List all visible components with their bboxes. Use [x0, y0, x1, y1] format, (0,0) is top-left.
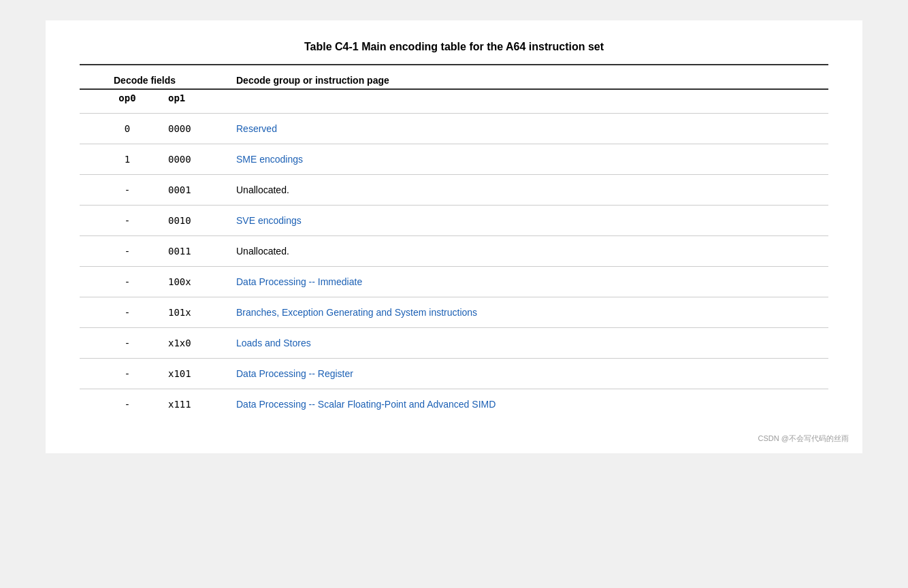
table-row: -x111Data Processing -- Scalar Floating-…: [80, 389, 828, 420]
table-row: -0011Unallocated.: [80, 236, 828, 267]
cell-decode[interactable]: SVE encodings: [229, 206, 828, 236]
decode-col-header-empty: [229, 89, 828, 114]
page-container: Table C4-1 Main encoding table for the A…: [46, 20, 862, 453]
op-labels-row: op0 op1: [80, 89, 828, 114]
cell-op0: -: [80, 297, 148, 328]
header-row-top: Decode fields Decode group or instructio…: [80, 65, 828, 89]
cell-op1: 0000: [148, 144, 229, 175]
cell-decode[interactable]: Loads and Stores: [229, 328, 828, 359]
cell-op1: 0011: [148, 236, 229, 267]
cell-decode: Unallocated.: [229, 236, 828, 267]
cell-decode: Unallocated.: [229, 175, 828, 206]
decode-link[interactable]: Loads and Stores: [236, 338, 311, 348]
decode-link[interactable]: SVE encodings: [236, 215, 302, 226]
cell-op0: 1: [80, 144, 148, 175]
cell-op1: 0001: [148, 175, 229, 206]
decode-link[interactable]: Data Processing -- Register: [236, 368, 353, 379]
table-row: 10000SME encodings: [80, 144, 828, 175]
op1-label: op1: [148, 89, 229, 114]
table-row: -x101Data Processing -- Register: [80, 359, 828, 389]
table-row: -0010SVE encodings: [80, 206, 828, 236]
main-table: Decode fields Decode group or instructio…: [80, 64, 828, 419]
decode-link[interactable]: Data Processing -- Scalar Floating-Point…: [236, 399, 496, 410]
cell-op0: -: [80, 206, 148, 236]
cell-op0: 0: [80, 114, 148, 144]
table-row: 00000Reserved: [80, 114, 828, 144]
table-row: -101xBranches, Exception Generating and …: [80, 297, 828, 328]
decode-link[interactable]: Branches, Exception Generating and Syste…: [236, 307, 477, 318]
cell-op0: -: [80, 328, 148, 359]
table-title: Table C4-1 Main encoding table for the A…: [80, 41, 828, 53]
cell-decode[interactable]: Data Processing -- Scalar Floating-Point…: [229, 389, 828, 420]
cell-op1: x111: [148, 389, 229, 420]
cell-op1: 101x: [148, 297, 229, 328]
cell-decode[interactable]: Reserved: [229, 114, 828, 144]
cell-decode[interactable]: SME encodings: [229, 144, 828, 175]
cell-decode[interactable]: Data Processing -- Immediate: [229, 267, 828, 297]
cell-decode[interactable]: Data Processing -- Register: [229, 359, 828, 389]
watermark: CSDN @不会写代码的丝雨: [758, 434, 849, 444]
cell-op1: 0000: [148, 114, 229, 144]
cell-op1: x101: [148, 359, 229, 389]
op0-label: op0: [80, 89, 148, 114]
cell-op1: x1x0: [148, 328, 229, 359]
cell-op0: -: [80, 389, 148, 420]
table-body: 00000Reserved10000SME encodings-0001Unal…: [80, 114, 828, 420]
table-row: -100xData Processing -- Immediate: [80, 267, 828, 297]
decode-group-header: Decode group or instruction page: [229, 65, 828, 89]
decode-link[interactable]: Data Processing -- Immediate: [236, 276, 362, 287]
cell-op1: 100x: [148, 267, 229, 297]
cell-op0: -: [80, 236, 148, 267]
cell-op0: -: [80, 175, 148, 206]
cell-op0: -: [80, 359, 148, 389]
decode-link[interactable]: Reserved: [236, 123, 277, 134]
table-row: -0001Unallocated.: [80, 175, 828, 206]
cell-op0: -: [80, 267, 148, 297]
table-row: -x1x0Loads and Stores: [80, 328, 828, 359]
decode-link[interactable]: SME encodings: [236, 154, 303, 165]
cell-decode[interactable]: Branches, Exception Generating and Syste…: [229, 297, 828, 328]
decode-fields-header: Decode fields: [80, 65, 229, 89]
cell-op1: 0010: [148, 206, 229, 236]
